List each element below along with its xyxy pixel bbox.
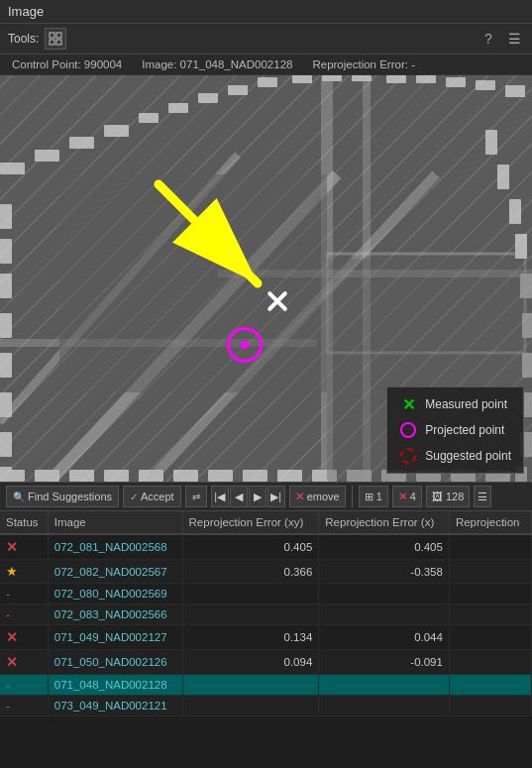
nav-first-button[interactable]: |◀ bbox=[211, 486, 229, 507]
cell-image[interactable]: 072_082_NAD002567 bbox=[48, 560, 182, 584]
col-err-xy[interactable]: Reprojection Error (xy) bbox=[182, 511, 319, 534]
cell-reprojection bbox=[449, 534, 531, 560]
table-row[interactable]: -072_083_NAD002566 bbox=[0, 604, 532, 625]
image-link[interactable]: 072_080_NAD002569 bbox=[54, 588, 167, 600]
col-status[interactable]: Status bbox=[0, 511, 48, 534]
nav-prev-button[interactable]: ◀ bbox=[230, 486, 248, 507]
tools-icon[interactable] bbox=[45, 28, 66, 50]
image-link[interactable]: 071_048_NAD002128 bbox=[54, 679, 167, 691]
col-image[interactable]: Image bbox=[48, 511, 182, 534]
table-row[interactable]: -071_048_NAD002128 bbox=[0, 675, 532, 696]
image-link[interactable]: 071_049_NAD002127 bbox=[54, 631, 167, 643]
svg-rect-20 bbox=[505, 85, 525, 97]
table-view-button[interactable]: ☰ bbox=[474, 486, 491, 507]
cell-image[interactable]: 071_049_NAD002127 bbox=[48, 625, 182, 650]
cell-image[interactable]: 072_083_NAD002566 bbox=[48, 604, 182, 625]
image-link[interactable]: 071_050_NAD002126 bbox=[54, 656, 167, 668]
image-link[interactable]: 072_081_NAD002568 bbox=[54, 541, 167, 553]
svg-rect-8 bbox=[139, 113, 159, 123]
cell-err-x bbox=[319, 584, 450, 604]
svg-rect-35 bbox=[0, 353, 12, 378]
table-row[interactable]: -073_049_NAD002121 bbox=[0, 696, 532, 716]
svg-line-65 bbox=[159, 184, 258, 283]
image-link[interactable]: 072_083_NAD002566 bbox=[54, 608, 167, 620]
col-err-r[interactable]: Reprojection bbox=[449, 511, 531, 534]
cell-image[interactable]: 071_050_NAD002126 bbox=[48, 650, 182, 675]
nav-next-button[interactable]: ▶ bbox=[249, 486, 266, 507]
find-suggestions-button[interactable]: 🔍 Find Suggestions bbox=[6, 486, 119, 507]
svg-rect-18 bbox=[446, 77, 466, 87]
menu-icon[interactable]: ☰ bbox=[504, 29, 524, 49]
svg-rect-9 bbox=[168, 103, 188, 113]
cell-status: ✕ bbox=[0, 534, 48, 560]
measured-label: Measured point bbox=[425, 397, 507, 411]
find-suggestions-label: Find Suggestions bbox=[28, 491, 112, 502]
svg-rect-45 bbox=[208, 470, 233, 482]
zoom-4-button[interactable]: ✕ 4 bbox=[392, 486, 422, 507]
cell-image[interactable]: 073_049_NAD002121 bbox=[48, 696, 182, 716]
table-row[interactable]: -072_080_NAD002569 bbox=[0, 584, 532, 604]
zoom-128-button[interactable]: 🖼 128 bbox=[426, 486, 470, 507]
move-button[interactable]: ⇄ bbox=[185, 486, 207, 507]
find-icon: 🔍 bbox=[13, 492, 25, 502]
zoom-x-icon: ✕ bbox=[398, 491, 407, 503]
svg-rect-22 bbox=[497, 165, 509, 189]
table-header-row: Status Image Reprojection Error (xy) Rep… bbox=[0, 511, 532, 534]
cell-image[interactable]: 072_081_NAD002568 bbox=[48, 534, 182, 560]
svg-rect-32 bbox=[0, 239, 12, 264]
cell-status: - bbox=[0, 604, 48, 625]
svg-rect-11 bbox=[228, 85, 248, 95]
table-area[interactable]: Status Image Reprojection Error (xy) Rep… bbox=[0, 511, 532, 716]
table-row[interactable]: ★072_082_NAD0025670.366-0.358 bbox=[0, 560, 532, 584]
cell-image[interactable]: 072_080_NAD002569 bbox=[48, 584, 182, 604]
image-link[interactable]: 072_082_NAD002567 bbox=[54, 566, 167, 578]
control-point-info: Control Point: 990004 bbox=[12, 58, 122, 70]
svg-rect-34 bbox=[0, 313, 12, 338]
suggested-icon bbox=[399, 447, 417, 465]
table-row[interactable]: ✕071_049_NAD0021270.1340.044 bbox=[0, 625, 532, 650]
cell-err-x bbox=[319, 675, 450, 696]
legend-projected: Projected point bbox=[399, 421, 511, 439]
cell-err-x bbox=[319, 696, 450, 716]
cell-status: ★ bbox=[0, 560, 48, 584]
remove-button[interactable]: ✕ emove bbox=[289, 486, 346, 507]
cell-status: - bbox=[0, 584, 48, 604]
cell-image[interactable]: 071_048_NAD002128 bbox=[48, 675, 182, 696]
table-row[interactable]: ✕071_050_NAD0021260.094-0.091 bbox=[0, 650, 532, 675]
status-dash-icon: - bbox=[6, 700, 10, 712]
cell-err-x: 0.044 bbox=[319, 625, 450, 650]
help-icon[interactable]: ? bbox=[479, 29, 498, 49]
remove-label: emove bbox=[307, 491, 340, 502]
cell-err-xy bbox=[182, 675, 319, 696]
image-area: ✕ Measured point Projected point Suggest… bbox=[0, 75, 532, 482]
svg-rect-5 bbox=[35, 150, 59, 162]
status-dash-icon: - bbox=[6, 608, 10, 620]
accept-button[interactable]: ✓ Accept bbox=[123, 486, 181, 507]
info-bar: Control Point: 990004 Image: 071_048_NAD… bbox=[0, 55, 532, 75]
cell-reprojection bbox=[449, 604, 531, 625]
status-star-icon: ★ bbox=[6, 564, 18, 579]
bottom-toolbar: 🔍 Find Suggestions ✓ Accept ⇄ |◀ ◀ ▶ ▶| … bbox=[0, 482, 532, 511]
cell-err-xy: 0.366 bbox=[182, 560, 319, 584]
nav-last-button[interactable]: ▶| bbox=[267, 486, 285, 507]
status-dash-icon: - bbox=[6, 679, 10, 691]
cell-err-x: -0.091 bbox=[319, 650, 450, 675]
cell-reprojection bbox=[449, 696, 531, 716]
status-x-icon: ✕ bbox=[6, 629, 18, 645]
title-label: Image bbox=[8, 4, 44, 19]
col-err-x[interactable]: Reprojection Error (x) bbox=[319, 511, 450, 534]
accept-icon: ✓ bbox=[130, 492, 138, 502]
legend-measured: ✕ Measured point bbox=[399, 395, 511, 413]
cell-err-x bbox=[319, 604, 450, 625]
zoom-img-icon: 🖼 bbox=[432, 491, 443, 502]
zoom-1-button[interactable]: ⊞ 1 bbox=[359, 486, 388, 507]
svg-rect-2 bbox=[50, 40, 54, 45]
zoom-bracket-icon: ⊞ bbox=[365, 491, 373, 503]
legend-suggested: Suggested point bbox=[399, 447, 511, 465]
image-link[interactable]: 073_049_NAD002121 bbox=[54, 700, 167, 712]
data-table: Status Image Reprojection Error (xy) Rep… bbox=[0, 511, 532, 716]
svg-rect-1 bbox=[56, 33, 61, 38]
table-row[interactable]: ✕072_081_NAD0025680.4050.405 bbox=[0, 534, 532, 560]
image-info: Image: 071_048_NAD002128 bbox=[142, 58, 292, 70]
svg-rect-47 bbox=[277, 470, 302, 482]
